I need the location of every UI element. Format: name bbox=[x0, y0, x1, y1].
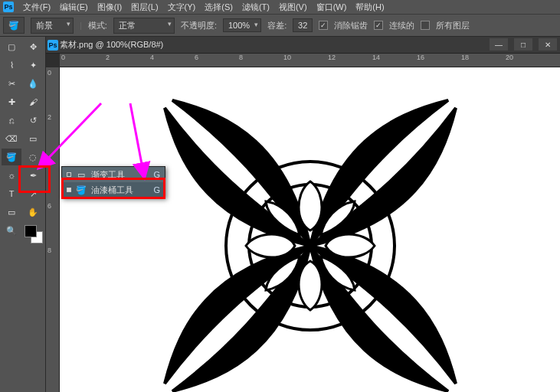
menu-edit[interactable]: 编辑(E) bbox=[60, 2, 88, 13]
menu-file[interactable]: 文件(F) bbox=[23, 2, 51, 13]
tolerance-field[interactable]: 32 bbox=[293, 18, 313, 32]
ps-mini-icon: Ps bbox=[47, 40, 58, 51]
wand-tool[interactable]: ✦ bbox=[23, 57, 43, 74]
heal-tool[interactable]: ✚ bbox=[2, 93, 21, 110]
marquee-tool[interactable]: ▢ bbox=[2, 38, 21, 55]
menu-layer[interactable]: 图层(L) bbox=[131, 2, 158, 13]
menu-type[interactable]: 文字(Y) bbox=[168, 2, 196, 13]
history-brush-tool[interactable]: ↺ bbox=[23, 112, 43, 129]
document-tab[interactable]: 素材.png @ 100%(RGB/8#) bbox=[60, 39, 163, 51]
contiguous-label: 连续的 bbox=[389, 20, 414, 31]
shape-tool[interactable]: ▭ bbox=[2, 204, 21, 220]
menu-image[interactable]: 图像(I) bbox=[97, 2, 122, 13]
tool-panel: ▢ ✥ ⌇ ✦ ✂ 💧 ✚ 🖌 ⎌ ↺ ⌫ ▭ 🪣 ◌ ☼ ✒ T ↗ ▭ ✋ … bbox=[0, 37, 46, 392]
fill-source-dropdown[interactable]: 前景 bbox=[31, 18, 74, 34]
options-bar: 🪣 前景 | 模式: 正常 不透明度: 100% 容差: 32 ✓ 消除锯齿 ✓… bbox=[0, 14, 560, 37]
menu-window[interactable]: 窗口(W) bbox=[316, 2, 347, 13]
gradient-icon: ▭ bbox=[76, 170, 87, 180]
close-button[interactable]: ✕ bbox=[539, 38, 557, 51]
document-area: Ps 素材.png @ 100%(RGB/8#) — □ ✕ 024681012… bbox=[46, 37, 560, 392]
menu-filter[interactable]: 滤镜(T) bbox=[242, 2, 270, 13]
blur-tool[interactable]: ◌ bbox=[23, 149, 43, 165]
bucket-icon: 🪣 bbox=[76, 185, 87, 195]
stamp-tool[interactable]: ⎌ bbox=[2, 112, 21, 129]
gradient-tool[interactable]: ▭ bbox=[23, 130, 43, 147]
all-layers-checkbox[interactable] bbox=[421, 21, 430, 30]
move-tool[interactable]: ✥ bbox=[23, 38, 43, 55]
contiguous-checkbox[interactable]: ✓ bbox=[374, 21, 383, 30]
eraser-tool[interactable]: ⌫ bbox=[2, 130, 21, 147]
flyout-paint-bucket-tool[interactable]: 🪣 油漆桶工具 G bbox=[62, 182, 165, 198]
paint-bucket-tool[interactable]: 🪣 bbox=[2, 149, 21, 165]
blend-mode-dropdown[interactable]: 正常 bbox=[113, 18, 175, 34]
antialias-checkbox[interactable]: ✓ bbox=[319, 21, 328, 30]
antialias-label: 消除锯齿 bbox=[334, 20, 368, 31]
zoom-tool[interactable]: 🔍 bbox=[2, 222, 21, 239]
ruler-horizontal: 02468101214161820 bbox=[60, 54, 560, 67]
all-layers-label: 所有图层 bbox=[436, 20, 470, 31]
hand-tool[interactable]: ✋ bbox=[23, 204, 43, 220]
tolerance-label: 容差: bbox=[267, 20, 287, 31]
menu-view[interactable]: 视图(V) bbox=[279, 2, 307, 13]
menu-bar: Ps 文件(F) 编辑(E) 图像(I) 图层(L) 文字(Y) 选择(S) 滤… bbox=[0, 0, 560, 14]
ps-logo: Ps bbox=[3, 2, 14, 12]
color-swatches[interactable] bbox=[23, 225, 43, 243]
menu-select[interactable]: 选择(S) bbox=[205, 2, 233, 13]
dodge-tool[interactable]: ☼ bbox=[2, 167, 21, 184]
canvas[interactable] bbox=[60, 67, 560, 392]
eyedropper-tool[interactable]: 💧 bbox=[23, 75, 43, 92]
opacity-label: 不透明度: bbox=[181, 20, 217, 31]
tool-flyout-menu: ▭ 渐变工具 G 🪣 油漆桶工具 G bbox=[61, 166, 165, 198]
opacity-field[interactable]: 100% bbox=[223, 18, 261, 32]
flyout-gradient-tool[interactable]: ▭ 渐变工具 G bbox=[62, 167, 165, 182]
mode-label: 模式: bbox=[88, 20, 107, 31]
crop-tool[interactable]: ✂ bbox=[2, 75, 21, 92]
pen-tool[interactable]: ✒ bbox=[23, 167, 43, 184]
menu-help[interactable]: 帮助(H) bbox=[355, 2, 384, 13]
artwork-image bbox=[96, 67, 525, 392]
path-tool[interactable]: ↗ bbox=[23, 185, 43, 202]
bucket-icon: 🪣 bbox=[8, 21, 19, 31]
maximize-button[interactable]: □ bbox=[514, 38, 532, 51]
ruler-vertical: 02468 bbox=[46, 67, 60, 392]
brush-tool[interactable]: 🖌 bbox=[23, 93, 43, 110]
tool-preset-picker[interactable]: 🪣 bbox=[3, 17, 25, 34]
minimize-button[interactable]: — bbox=[490, 38, 508, 51]
lasso-tool[interactable]: ⌇ bbox=[2, 57, 21, 74]
type-tool[interactable]: T bbox=[2, 185, 21, 202]
